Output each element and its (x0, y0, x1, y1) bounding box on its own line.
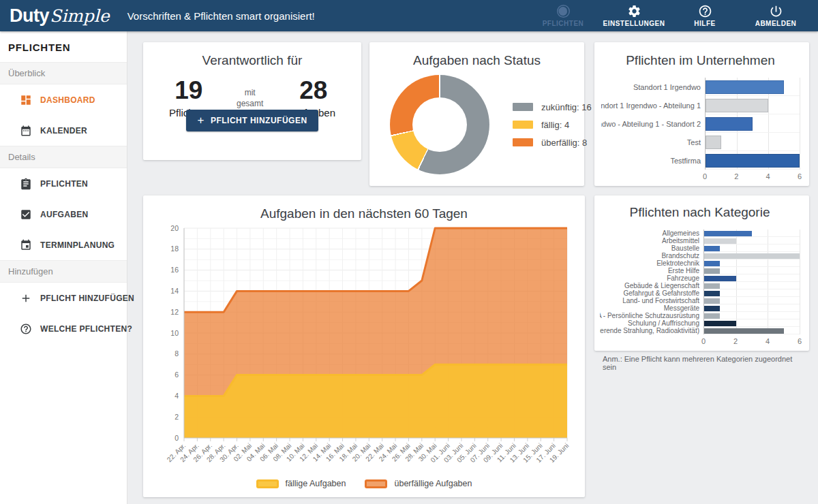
bar-row (704, 312, 800, 319)
sidebar-item-dashboard[interactable]: DASHBOARD (0, 84, 127, 115)
sidebar-item-label: PFLICHT HINZUFÜGEN (40, 294, 134, 303)
donut-hole (412, 97, 467, 152)
nav-item-einstellungen[interactable]: EINSTELLUNGEN (599, 0, 669, 31)
bar-category-label: Erste Hilfe (600, 267, 703, 274)
plus-icon (20, 292, 40, 304)
brand-logo[interactable]: Duty Simple (0, 5, 110, 27)
legend-label: fällig: 4 (541, 120, 569, 130)
brand-bold-text: Duty (10, 5, 49, 27)
bar-category-label: Gebäude & Liegenschaft (600, 282, 703, 289)
bar-row (704, 304, 800, 312)
bar-row (706, 133, 800, 151)
axis-tick-label: 6 (798, 172, 802, 180)
axis-tick-label: 4 (766, 172, 770, 180)
axis-tick-label: 0 (703, 172, 707, 180)
bar-category-label: Brandschutz (600, 252, 703, 259)
bar-category-label: Testfirma (601, 151, 705, 170)
bar (706, 117, 753, 131)
sidebar-item-kalender[interactable]: KALENDER (0, 115, 127, 146)
sidebar-item-aufgaben[interactable]: AUFGABEN (0, 199, 127, 230)
card-responsible-title: Verantwortlich für (143, 53, 361, 68)
y-tick-label: 20 (170, 224, 179, 232)
card-unternehmen: Pflichten im Unternehmen Standort 1 Irge… (594, 42, 809, 186)
bar-category-label: Irgendwo - Abteilung 1 - Standort 2 (601, 114, 705, 133)
status-chart-title: Aufgaben nach Status (369, 53, 584, 68)
y-tick-label: 16 (170, 266, 179, 274)
gridline (800, 230, 800, 334)
mit-gesamt-label: mit gesamt (237, 87, 263, 109)
bar (704, 313, 720, 319)
nav-item-hilfe[interactable]: HILFE (669, 0, 740, 31)
calendar-icon (20, 125, 40, 137)
bar (704, 261, 720, 266)
y-tick-label: 12 (170, 308, 179, 316)
bar (704, 283, 720, 289)
bar-row (704, 230, 800, 237)
legend-item: überfällige Aufgaben (365, 479, 472, 488)
bar (704, 276, 736, 281)
nav-item-abmelden[interactable]: ABMELDEN (740, 0, 811, 31)
nav-item-label: HILFE (694, 20, 715, 27)
card-area-chart: Aufgaben in den nächsten 60 Tagen 024681… (143, 195, 585, 497)
y-tick-label: 10 (170, 329, 179, 337)
moon-icon (556, 4, 571, 20)
bar-category-label: Schulung / Auffrischung (600, 319, 703, 327)
area-chart-title: Aufgaben in den nächsten 60 Tagen (154, 206, 574, 221)
clipboard-icon (20, 178, 40, 190)
bar (704, 268, 720, 274)
kategorie-chart-title: Pflichten nach Kategorie (600, 205, 800, 220)
tagline: Vorschriften & Pflichten smart organisie… (127, 10, 528, 22)
sidebar-section-label: Details (0, 146, 127, 168)
bar (704, 298, 720, 304)
legend-swatch (513, 138, 533, 146)
sidebar-item-terminplanung[interactable]: TERMINPLANUNG (0, 230, 127, 260)
bar-row (704, 274, 800, 282)
bar-category-label: Standort 1 Irgendwo - Abteilung 1 (601, 96, 705, 114)
brand-script-text: Simple (50, 6, 110, 26)
bar-category-label: Baustelle (600, 245, 703, 252)
bar (704, 231, 752, 236)
dashboard-icon (20, 94, 40, 106)
add-pflicht-button[interactable]: + PFLICHT HINZUFÜGEN (186, 110, 318, 131)
legend-label: zukünftig: 16 (541, 102, 592, 112)
bar-row (706, 96, 800, 114)
legend-label: überfällig: 8 (541, 138, 587, 148)
bar-row (704, 282, 800, 289)
axis-tick-label: 4 (766, 337, 770, 345)
sidebar-section-label: Hinzufügen (0, 260, 127, 283)
bar-category-label: Allgemeines (600, 230, 703, 237)
bar-category-label: Standort 1 Irgendwo (601, 78, 705, 96)
axis-tick-label: 0 (701, 337, 706, 345)
legend-swatch (365, 479, 387, 488)
y-tick-label: 8 (175, 349, 179, 358)
question-icon (20, 323, 40, 335)
bar-category-label: Land- und Forstwirtschaft (600, 297, 703, 304)
status-donut-chart (390, 75, 489, 174)
legend-item: fällig: 4 (513, 120, 592, 130)
top-navbar: Duty Simple Vorschriften & Pflichten sma… (0, 0, 818, 31)
bar (704, 291, 720, 296)
bar (704, 238, 736, 244)
legend-item: überfällig: 8 (513, 138, 592, 148)
y-tick-label: 4 (175, 392, 179, 400)
navbar-actions: PFLICHTENEINSTELLUNGENHILFEABMELDEN (528, 0, 818, 31)
gridline (800, 78, 800, 170)
sidebar-item-pflicht-hinzufügen[interactable]: PFLICHT HINZUFÜGEN (0, 283, 127, 313)
bar-category-label: sierende Strahlung, Radioaktivität) (600, 327, 703, 334)
card-kategorie: Pflichten nach Kategorie AllgemeinesArbe… (594, 195, 809, 351)
legend-item: fällige Aufgaben (256, 479, 346, 488)
legend-swatch (256, 479, 279, 488)
kategorie-note: Anm.: Eine Pflicht kann mehreren Kategor… (600, 355, 800, 371)
sidebar-item-welche-pflichten-[interactable]: WELCHE PFLICHTEN? (0, 313, 127, 344)
y-tick-label: 18 (170, 245, 179, 253)
bar-category-label: Messgeräte (600, 304, 703, 312)
sidebar-item-label: PFLICHTEN (40, 179, 88, 189)
nav-item-pflichten[interactable]: PFLICHTEN (528, 0, 599, 31)
axis-tick-label: 2 (734, 172, 738, 180)
help-icon (698, 4, 712, 20)
sidebar-item-pflichten[interactable]: PFLICHTEN (0, 168, 127, 199)
bar (704, 321, 736, 326)
bar-category-label: Arbeitsmittel (600, 237, 703, 245)
bar-category-label: Fahrzeuge (600, 274, 703, 282)
sidebar-section-label: Überblick (0, 62, 127, 84)
